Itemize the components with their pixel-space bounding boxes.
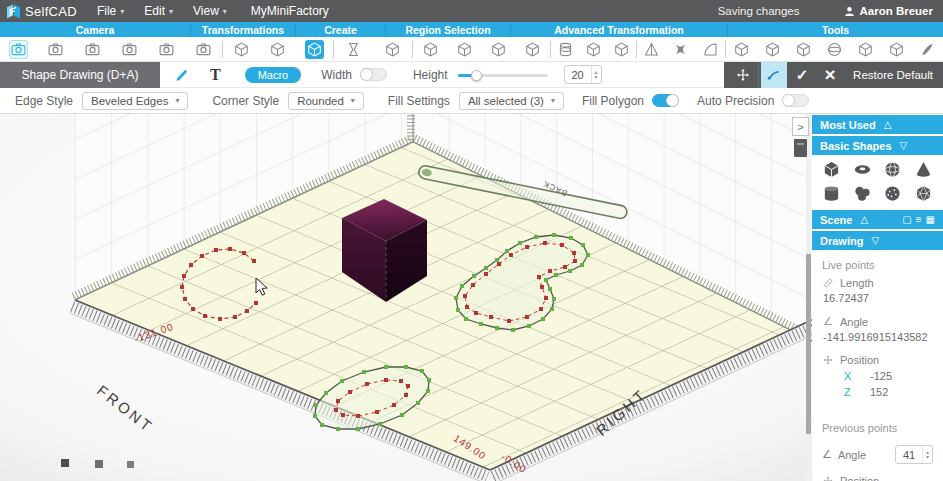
toolbar-group-6 [726,37,943,61]
shape-sphere[interactable] [878,160,909,179]
freehand-curve-button[interactable] [761,62,787,88]
solid-cube-tool-icon[interactable] [763,40,782,59]
shape-metaball[interactable] [847,184,878,203]
position-x-row: X -125 [822,370,933,382]
shape-cube[interactable] [816,160,847,179]
user-account[interactable]: Aaron Breuer [844,5,934,17]
shape-cone[interactable] [908,160,939,179]
transform-move-icon[interactable] [232,40,251,59]
edge-style-select[interactable]: Beveled Edges ▾ [82,92,188,110]
step-down-icon[interactable]: ▾ [595,75,598,80]
paint-brush-tool-icon[interactable] [918,40,937,59]
view-dot-2[interactable] [95,460,103,468]
cancel-button[interactable]: × [817,62,843,88]
section-drawing[interactable]: Drawing ▽ [812,231,943,250]
category-transformations[interactable]: Transformations [190,22,295,37]
scene-list-icon[interactable]: ≡ [916,214,922,225]
height-stepper[interactable]: ▴ ▾ [591,66,601,83]
auto-precision-toggle[interactable] [782,94,809,107]
height-slider[interactable] [458,69,548,80]
height-value[interactable]: 20 [565,69,591,81]
view-dot-1[interactable] [61,459,69,467]
curve-icon [766,67,782,83]
fill-polygon-toggle[interactable] [652,94,679,107]
camera-orbit-icon[interactable] [157,40,176,59]
sidebar-collapse-button[interactable]: > [792,117,809,136]
open-cube-tool-icon[interactable] [732,40,751,59]
sphere-tool-icon[interactable] [825,40,844,59]
shape-cylinder[interactable] [816,184,847,203]
width-toggle[interactable] [360,68,387,81]
wireframe-tool-icon[interactable] [489,40,508,59]
pencil-tool-icon[interactable] [174,67,190,83]
pattern-cube-tool-icon[interactable] [612,40,631,59]
section-most-used[interactable]: Most Used △ [812,115,943,134]
prev-angle-stepper[interactable]: ▴ ▾ [922,446,932,463]
menu-edit-label: Edit [144,4,165,18]
sidebar-scrollbar[interactable] [806,114,811,481]
menu-view[interactable]: View ▾ [193,4,227,18]
angle-icon: ∠ [822,315,834,328]
edit-cube-tool-icon[interactable] [523,40,542,59]
prev-angle-value[interactable]: 41 [896,449,922,461]
stacked-layers-tool-icon[interactable] [556,40,575,59]
category-create[interactable]: Create [295,22,385,37]
dark-cube-tool-icon[interactable] [856,40,875,59]
sidebar-tab-icon[interactable] [794,139,807,157]
macro-button[interactable]: Macro [245,67,302,83]
triangle-up-icon: △ [884,119,892,130]
section-scene[interactable]: Scene △ ▢ ≡ ▦ [812,210,943,229]
voxel-tool-icon[interactable] [794,40,813,59]
selfcad-logo[interactable]: SelfCAD [6,4,77,19]
position-label: Position [840,354,879,366]
camera-top-view-icon[interactable] [83,40,102,59]
category-region-selection[interactable]: Region Selection [385,22,510,37]
height-value-input[interactable]: 20 ▴ ▾ [564,65,602,84]
corner-style-select[interactable]: Rounded ▾ [288,92,364,110]
rubik-cube-tool-icon[interactable] [584,40,603,59]
camera-pick-icon[interactable] [46,40,65,59]
category-tools[interactable]: Tools [727,22,943,37]
height-slider-knob[interactable] [471,70,482,81]
restore-default-button[interactable]: Restore Default [853,69,933,81]
menu-file[interactable]: File ▾ [97,4,124,18]
menu-edit[interactable]: Edit ▾ [144,4,173,18]
camera-standard-view-icon[interactable] [9,40,28,59]
lathe-tool-icon[interactable] [344,40,363,59]
prev-angle-input[interactable]: 41 ▴ ▾ [895,445,933,464]
fill-settings-value: All selected (3) [468,95,544,107]
triangle-down-icon: ▽ [900,140,908,151]
shape-textured-sphere[interactable] [878,184,909,203]
scene-grid-icon[interactable]: ▦ [926,214,935,225]
move-tool-button[interactable] [730,62,756,88]
cut-tool-icon[interactable] [421,40,440,59]
shape-torus[interactable] [847,160,878,179]
fill-settings-label: Fill Settings [388,94,450,108]
cube-add-tool-icon[interactable] [887,40,906,59]
scene-frame-icon[interactable]: ▢ [902,214,911,225]
category-camera[interactable]: Camera [0,22,190,37]
user-name: Aaron Breuer [860,5,934,17]
camera-front-view-icon[interactable] [120,40,139,59]
sidebar-scrollbar-thumb[interactable] [806,254,811,434]
view-dot-3[interactable] [127,461,134,468]
pyramid-tool-icon[interactable] [642,40,661,59]
transform-rotate-icon[interactable] [268,40,287,59]
shape-icosphere[interactable] [908,184,939,203]
quarter-sphere-tool-icon[interactable] [701,40,720,59]
text-tool-icon[interactable]: T [210,67,221,83]
viewport-3d[interactable]: FRONT RIGHT BACK -131.00 149.00 -0.00 [0,114,812,481]
step-down-icon[interactable]: ▾ [926,455,929,460]
corner-style-label: Corner Style [212,94,279,108]
myminifactory-link[interactable]: MyMiniFactory [251,4,329,18]
twist-tool-icon[interactable] [671,40,690,59]
camera-zoom-icon[interactable] [194,40,213,59]
fill-settings-select[interactable]: All selected (3) ▾ [459,92,564,110]
shape-drawing-tool-icon[interactable] [305,40,324,59]
confirm-button[interactable]: ✓ [789,62,815,88]
copy-tool-icon[interactable] [455,40,474,59]
primitive-cube-icon[interactable] [383,40,402,59]
drawing-panel: Live points Length 16.72437 ∠ Angle -141… [812,252,943,481]
category-advanced-transformation[interactable]: Advanced Transformation [510,22,727,37]
section-basic-shapes[interactable]: Basic Shapes ▽ [812,136,943,155]
